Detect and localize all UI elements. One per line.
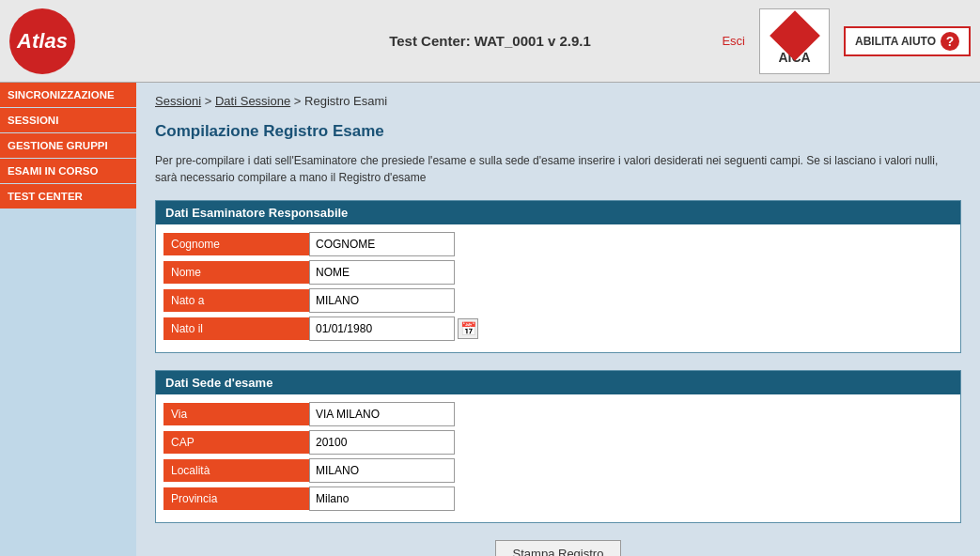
nome-label: Nome [163,261,309,284]
page-title: Compilazione Registro Esame [155,122,961,141]
provincia-label: Provincia [163,487,309,510]
nato-il-input[interactable] [309,317,455,341]
header: Atlas Test Center: WAT_0001 v 2.9.1 Esci… [0,0,980,83]
aica-logo: AICA [759,8,830,74]
via-label: Via [163,403,309,425]
sidebar-item-esami-in-corso[interactable]: ESAMI IN CORSO [0,159,136,184]
help-button[interactable]: ABILITA AIUTO ? [844,26,971,56]
via-input[interactable] [309,402,455,426]
provincia-input[interactable] [309,486,455,511]
sidebar-item-test-center[interactable]: TEST CENTER [0,184,136,209]
nato-il-label: Nato il [163,317,309,340]
sidebar-item-sincronizzazione[interactable]: SINCRONIZZAZIONE [0,83,136,108]
nato-a-input[interactable] [309,288,455,313]
aica-diamond-icon [770,10,820,61]
localita-input[interactable] [309,458,455,483]
sidebar: SINCRONIZZAZIONE SESSIONI GESTIONE GRUPP… [0,83,136,556]
cap-label: CAP [163,431,309,454]
breadcrumb-sessioni[interactable]: Sessioni [155,94,201,108]
cognome-row: Cognome [163,232,953,256]
help-label: ABILITA AIUTO [855,35,936,48]
cap-row: CAP [163,430,953,455]
esci-link[interactable]: Esci [722,34,745,48]
via-row: Via [163,402,953,426]
stampa-registro-button[interactable]: Stampa Registro [495,540,622,556]
atlas-logo: Atlas [9,8,75,74]
section-sede-header: Dati Sede d'esame [156,371,960,394]
question-icon: ? [941,32,959,51]
localita-label: Località [163,459,309,482]
main-layout: SINCRONIZZAZIONE SESSIONI GESTIONE GRUPP… [0,83,980,556]
nome-input[interactable] [309,260,455,285]
nome-row: Nome [163,260,953,285]
section-esaminatore-body: Cognome Nome Nato a Nato il 📅 [156,224,960,352]
header-title: Test Center: WAT_0001 v 2.9.1 [389,33,591,49]
sidebar-item-sessioni[interactable]: SESSIONI [0,108,136,133]
content-area: Sessioni > Dati Sessione > Registro Esam… [136,83,980,556]
section-sede-body: Via CAP Località Provincia [156,394,960,522]
cognome-input[interactable] [309,232,455,256]
breadcrumb-dati-sessione[interactable]: Dati Sessione [215,94,290,108]
nato-il-row: Nato il 📅 [163,317,953,341]
breadcrumb: Sessioni > Dati Sessione > Registro Esam… [155,94,961,108]
calendar-icon[interactable]: 📅 [458,318,478,339]
nato-a-label: Nato a [163,289,309,312]
provincia-row: Provincia [163,486,953,511]
info-text: Per pre-compilare i dati sell'Esaminator… [155,152,961,186]
breadcrumb-registro-esami: Registro Esami [304,94,387,108]
nato-a-row: Nato a [163,288,953,313]
localita-row: Località [163,458,953,483]
sidebar-item-gestione-gruppi[interactable]: GESTIONE GRUPPI [0,133,136,159]
section-esaminatore-header: Dati Esaminatore Responsabile [156,201,960,224]
cognome-label: Cognome [163,233,309,255]
section-sede: Dati Sede d'esame Via CAP Località Provi… [155,370,961,523]
header-right: Esci AICA ABILITA AIUTO ? [722,8,971,74]
cap-input[interactable] [309,430,455,455]
section-esaminatore: Dati Esaminatore Responsabile Cognome No… [155,200,961,353]
